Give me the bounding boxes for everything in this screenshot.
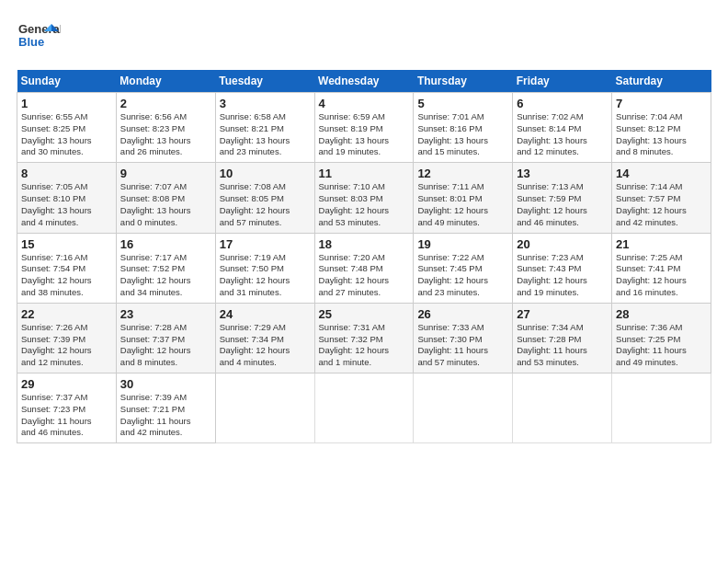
day-number: 10 bbox=[220, 167, 311, 180]
logo: General Blue bbox=[17, 17, 61, 61]
day-info: Sunrise: 7:37 AM Sunset: 7:23 PM Dayligh… bbox=[21, 392, 112, 439]
day-number: 24 bbox=[220, 307, 311, 321]
day-info: Sunrise: 7:01 AM Sunset: 8:16 PM Dayligh… bbox=[417, 111, 508, 158]
table-row: 28Sunrise: 7:36 AM Sunset: 7:25 PM Dayli… bbox=[612, 303, 711, 373]
day-number: 18 bbox=[319, 237, 410, 251]
day-number: 20 bbox=[517, 237, 608, 251]
table-row bbox=[612, 373, 711, 443]
day-number: 15 bbox=[21, 237, 112, 251]
table-row: 9Sunrise: 7:07 AM Sunset: 8:08 PM Daylig… bbox=[116, 163, 215, 233]
day-number: 27 bbox=[517, 307, 608, 321]
table-row: 21Sunrise: 7:25 AM Sunset: 7:41 PM Dayli… bbox=[612, 233, 711, 303]
day-info: Sunrise: 7:05 AM Sunset: 8:10 PM Dayligh… bbox=[21, 181, 112, 228]
table-row: 27Sunrise: 7:34 AM Sunset: 7:28 PM Dayli… bbox=[513, 303, 612, 373]
col-monday: Monday bbox=[116, 70, 215, 93]
day-number: 6 bbox=[517, 97, 608, 110]
day-info: Sunrise: 7:26 AM Sunset: 7:39 PM Dayligh… bbox=[21, 322, 112, 369]
table-row: 18Sunrise: 7:20 AM Sunset: 7:48 PM Dayli… bbox=[314, 233, 414, 303]
day-info: Sunrise: 7:39 AM Sunset: 7:21 PM Dayligh… bbox=[120, 392, 211, 439]
table-row: 22Sunrise: 7:26 AM Sunset: 7:39 PM Dayli… bbox=[17, 303, 117, 373]
day-info: Sunrise: 6:55 AM Sunset: 8:25 PM Dayligh… bbox=[21, 111, 112, 158]
calendar-table: Sunday Monday Tuesday Wednesday Thursday… bbox=[17, 70, 711, 443]
day-number: 12 bbox=[417, 167, 508, 180]
logo-icon: General Blue bbox=[17, 17, 61, 57]
table-row: 3Sunrise: 6:58 AM Sunset: 8:21 PM Daylig… bbox=[215, 93, 314, 163]
day-info: Sunrise: 7:04 AM Sunset: 8:12 PM Dayligh… bbox=[616, 111, 707, 158]
day-info: Sunrise: 7:19 AM Sunset: 7:50 PM Dayligh… bbox=[220, 252, 311, 299]
col-sunday: Sunday bbox=[17, 70, 117, 93]
day-info: Sunrise: 7:14 AM Sunset: 7:57 PM Dayligh… bbox=[616, 181, 707, 228]
day-number: 19 bbox=[417, 237, 508, 251]
table-row: 12Sunrise: 7:11 AM Sunset: 8:01 PM Dayli… bbox=[414, 163, 513, 233]
day-number: 8 bbox=[21, 167, 112, 180]
day-number: 28 bbox=[616, 307, 707, 321]
day-info: Sunrise: 7:02 AM Sunset: 8:14 PM Dayligh… bbox=[517, 111, 608, 158]
table-row: 7Sunrise: 7:04 AM Sunset: 8:12 PM Daylig… bbox=[612, 93, 711, 163]
day-info: Sunrise: 7:25 AM Sunset: 7:41 PM Dayligh… bbox=[616, 252, 707, 299]
day-number: 26 bbox=[417, 307, 508, 321]
page: General Blue Sunday Monday Tuesday Wedne… bbox=[0, 0, 728, 563]
table-row bbox=[513, 373, 612, 443]
day-info: Sunrise: 7:16 AM Sunset: 7:54 PM Dayligh… bbox=[21, 252, 112, 299]
day-number: 2 bbox=[120, 97, 211, 110]
table-row: 2Sunrise: 6:56 AM Sunset: 8:23 PM Daylig… bbox=[116, 93, 215, 163]
day-info: Sunrise: 7:20 AM Sunset: 7:48 PM Dayligh… bbox=[319, 252, 410, 299]
table-row: 29Sunrise: 7:37 AM Sunset: 7:23 PM Dayli… bbox=[17, 373, 117, 443]
day-number: 4 bbox=[319, 97, 410, 110]
day-number: 17 bbox=[220, 237, 311, 251]
svg-text:Blue: Blue bbox=[18, 35, 44, 49]
table-row: 17Sunrise: 7:19 AM Sunset: 7:50 PM Dayli… bbox=[215, 233, 314, 303]
day-info: Sunrise: 7:13 AM Sunset: 7:59 PM Dayligh… bbox=[517, 181, 608, 228]
day-info: Sunrise: 6:59 AM Sunset: 8:19 PM Dayligh… bbox=[319, 111, 410, 158]
day-number: 29 bbox=[21, 377, 112, 391]
table-row: 24Sunrise: 7:29 AM Sunset: 7:34 PM Dayli… bbox=[215, 303, 314, 373]
table-row: 16Sunrise: 7:17 AM Sunset: 7:52 PM Dayli… bbox=[116, 233, 215, 303]
day-info: Sunrise: 7:10 AM Sunset: 8:03 PM Dayligh… bbox=[319, 181, 410, 228]
day-number: 14 bbox=[616, 167, 707, 180]
day-number: 13 bbox=[517, 167, 608, 180]
table-row: 10Sunrise: 7:08 AM Sunset: 8:05 PM Dayli… bbox=[215, 163, 314, 233]
day-number: 25 bbox=[319, 307, 410, 321]
table-row bbox=[414, 373, 513, 443]
table-row: 4Sunrise: 6:59 AM Sunset: 8:19 PM Daylig… bbox=[314, 93, 414, 163]
day-info: Sunrise: 6:56 AM Sunset: 8:23 PM Dayligh… bbox=[120, 111, 211, 158]
day-number: 5 bbox=[417, 97, 508, 110]
day-number: 16 bbox=[120, 237, 211, 251]
table-row: 14Sunrise: 7:14 AM Sunset: 7:57 PM Dayli… bbox=[612, 163, 711, 233]
day-info: Sunrise: 7:36 AM Sunset: 7:25 PM Dayligh… bbox=[616, 322, 707, 369]
table-row: 5Sunrise: 7:01 AM Sunset: 8:16 PM Daylig… bbox=[414, 93, 513, 163]
col-wednesday: Wednesday bbox=[314, 70, 414, 93]
table-row: 1Sunrise: 6:55 AM Sunset: 8:25 PM Daylig… bbox=[17, 93, 117, 163]
day-number: 11 bbox=[319, 167, 410, 180]
day-number: 1 bbox=[21, 97, 112, 110]
day-number: 9 bbox=[120, 167, 211, 180]
table-row: 6Sunrise: 7:02 AM Sunset: 8:14 PM Daylig… bbox=[513, 93, 612, 163]
day-info: Sunrise: 7:23 AM Sunset: 7:43 PM Dayligh… bbox=[517, 252, 608, 299]
day-info: Sunrise: 7:34 AM Sunset: 7:28 PM Dayligh… bbox=[517, 322, 608, 369]
table-row: 25Sunrise: 7:31 AM Sunset: 7:32 PM Dayli… bbox=[314, 303, 414, 373]
day-info: Sunrise: 7:33 AM Sunset: 7:30 PM Dayligh… bbox=[417, 322, 508, 369]
day-number: 3 bbox=[220, 97, 311, 110]
table-row: 11Sunrise: 7:10 AM Sunset: 8:03 PM Dayli… bbox=[314, 163, 414, 233]
day-number: 21 bbox=[616, 237, 707, 251]
table-row: 20Sunrise: 7:23 AM Sunset: 7:43 PM Dayli… bbox=[513, 233, 612, 303]
table-row: 19Sunrise: 7:22 AM Sunset: 7:45 PM Dayli… bbox=[414, 233, 513, 303]
col-thursday: Thursday bbox=[414, 70, 513, 93]
table-row: 13Sunrise: 7:13 AM Sunset: 7:59 PM Dayli… bbox=[513, 163, 612, 233]
day-info: Sunrise: 7:17 AM Sunset: 7:52 PM Dayligh… bbox=[120, 252, 211, 299]
col-tuesday: Tuesday bbox=[215, 70, 314, 93]
table-row bbox=[314, 373, 414, 443]
table-row: 23Sunrise: 7:28 AM Sunset: 7:37 PM Dayli… bbox=[116, 303, 215, 373]
day-number: 22 bbox=[21, 307, 112, 321]
day-info: Sunrise: 7:11 AM Sunset: 8:01 PM Dayligh… bbox=[417, 181, 508, 228]
day-info: Sunrise: 7:07 AM Sunset: 8:08 PM Dayligh… bbox=[120, 181, 211, 228]
day-info: Sunrise: 7:22 AM Sunset: 7:45 PM Dayligh… bbox=[417, 252, 508, 299]
table-row: 15Sunrise: 7:16 AM Sunset: 7:54 PM Dayli… bbox=[17, 233, 117, 303]
header-row: Sunday Monday Tuesday Wednesday Thursday… bbox=[17, 70, 711, 93]
day-info: Sunrise: 7:31 AM Sunset: 7:32 PM Dayligh… bbox=[319, 322, 410, 369]
header: General Blue bbox=[17, 17, 711, 61]
day-info: Sunrise: 7:29 AM Sunset: 7:34 PM Dayligh… bbox=[220, 322, 311, 369]
table-row: 8Sunrise: 7:05 AM Sunset: 8:10 PM Daylig… bbox=[17, 163, 117, 233]
day-info: Sunrise: 7:28 AM Sunset: 7:37 PM Dayligh… bbox=[120, 322, 211, 369]
col-friday: Friday bbox=[513, 70, 612, 93]
